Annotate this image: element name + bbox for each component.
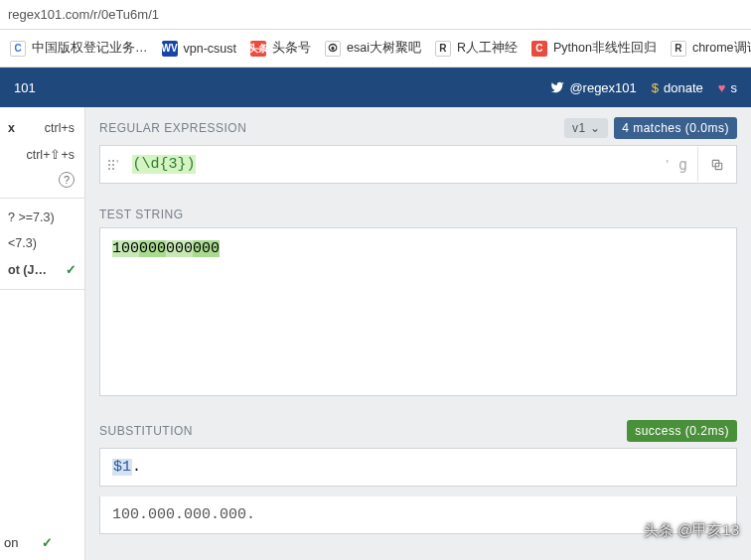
bookmark-label: esai大树聚吧 (347, 40, 421, 57)
test-label: TEST STRING (99, 208, 184, 221)
copy-icon (710, 158, 724, 172)
app-header: 101 @regex101 $ donate ♥ s (0, 68, 751, 107)
bookmark-label: vpn-csust (184, 42, 237, 56)
bookmark-label: chrome调试 (692, 40, 751, 57)
copy-button[interactable] (697, 147, 736, 183)
bookmark-favicon: WV (162, 41, 178, 57)
address-bar[interactable]: regex101.com/r/0eTu6m/1 (0, 0, 751, 30)
match-count-badge: 4 matches (0.0ms) (614, 117, 737, 139)
shortcut-ctrlshifts[interactable]: ctrl+⇧+s (0, 141, 84, 168)
test-string-input[interactable]: 100000000000 (99, 227, 737, 396)
drag-handle-icon[interactable] (108, 160, 110, 170)
header-right: @regex101 $ donate ♥ s (550, 80, 737, 95)
substitution-input[interactable]: $1. (99, 448, 737, 487)
sidebar-bottom[interactable]: on ✓ (4, 535, 53, 550)
bookmark-favicon: R (435, 41, 451, 57)
flavor-php-lt[interactable]: <7.3) (0, 230, 84, 256)
bookmark-label: Python非线性回归 (553, 40, 657, 57)
regex-label: REGULAR EXPRESSION (99, 121, 246, 135)
url-text: regex101.com/r/0eTu6m/1 (8, 7, 159, 22)
bookmark-favicon: C (531, 41, 547, 57)
regex-input[interactable]: (\d{3}) (126, 146, 666, 183)
shortcut-ctrls-x[interactable]: x ctrl+s (0, 115, 84, 141)
version-selector[interactable]: v1 ⌄ (564, 118, 608, 138)
substitution-label: SUBSTITUTION (99, 424, 193, 438)
check-icon: ✓ (42, 535, 53, 550)
substitution-section-header: SUBSTITUTION success (0.2ms) (85, 410, 751, 448)
bookmark-item[interactable]: CPython非线性回归 (531, 40, 657, 57)
twitter-icon (550, 80, 564, 94)
bookmark-label: 头条号 (272, 40, 311, 57)
regex-flags[interactable]: g (669, 156, 697, 174)
test-section-header: TEST STRING (85, 198, 751, 227)
bookmark-label: 中国版权登记业务… (32, 40, 148, 57)
help-button[interactable]: ? (0, 168, 84, 192)
twitter-link[interactable]: @regex101 (550, 80, 636, 95)
check-icon: ✓ (66, 262, 76, 277)
substitution-status-badge: success (0.2ms) (627, 420, 737, 442)
dollar-icon: $ (652, 80, 659, 95)
bookmark-item[interactable]: WVvpn-csust (162, 41, 237, 57)
substitution-result: 100.000.000.000. (99, 496, 737, 534)
heart-icon: ♥ (718, 80, 726, 95)
regex-input-row: ' (\d{3}) ' g (99, 145, 737, 184)
bookmark-favicon: C (10, 41, 26, 57)
regex-section-header: REGULAR EXPRESSION v1 ⌄ 4 matches (0.0ms… (85, 107, 751, 145)
bookmark-item[interactable]: C中国版权登记业务… (10, 40, 148, 57)
flavor-js[interactable]: ot (J… ✓ (0, 256, 84, 283)
bookmark-favicon: 头条 (250, 41, 266, 57)
regex-delim-left: ' (100, 146, 126, 183)
help-icon: ? (59, 172, 75, 188)
bookmark-item[interactable]: ⦿esai大树聚吧 (325, 40, 421, 57)
bookmark-label: R人工神经 (457, 40, 518, 57)
donate-link[interactable]: $ donate (652, 80, 703, 95)
sponsor-link[interactable]: ♥ s (718, 80, 737, 95)
bookmarks-bar: C中国版权登记业务…WVvpn-csust头条头条号⦿esai大树聚吧RR人工神… (0, 30, 751, 68)
bookmark-favicon: R (671, 41, 686, 57)
bookmark-item[interactable]: 头条头条号 (250, 40, 311, 57)
flavor-php-geq[interactable]: ? >=7.3) (0, 205, 84, 230)
logo-text[interactable]: 101 (14, 80, 36, 95)
bookmark-favicon: ⦿ (325, 41, 341, 57)
bookmark-item[interactable]: Rchrome调试 (671, 40, 751, 57)
sidebar: x ctrl+s ctrl+⇧+s ? ? >=7.3) <7.3) ot (J… (0, 107, 85, 560)
bookmark-item[interactable]: RR人工神经 (435, 40, 518, 57)
main-panel: REGULAR EXPRESSION v1 ⌄ 4 matches (0.0ms… (85, 107, 751, 560)
